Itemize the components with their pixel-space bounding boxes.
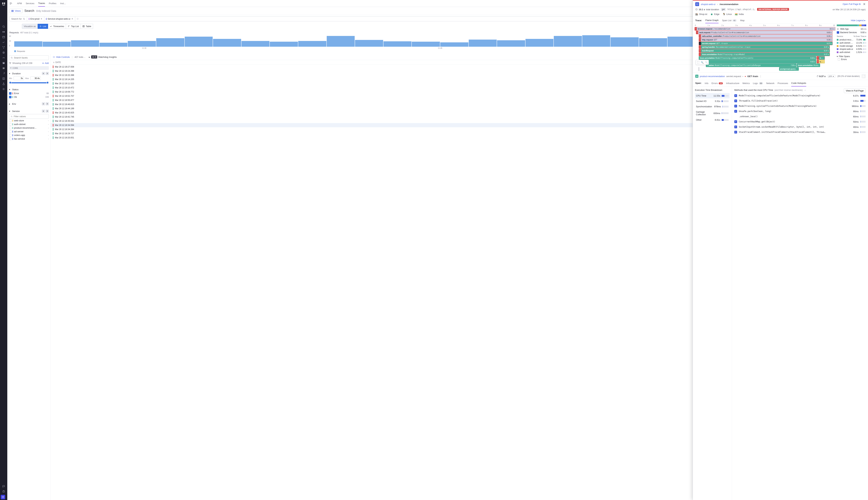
facet-service[interactable]: ▾Service ▾✕ <box>9 109 49 113</box>
legend-header-pct[interactable]: % Exec Time <box>854 35 865 37</box>
duration-min-input[interactable] <box>13 76 24 80</box>
status-error-row[interactable]: ✓ Error68 <box>9 91 49 95</box>
link-icon[interactable] <box>0 71 7 76</box>
filter-spans-toggle[interactable]: ▾Filter Spans <box>837 55 866 58</box>
method-row[interactable]: +ModelTraining.computeCoefficientsOnFeat… <box>734 93 866 98</box>
span-service-link[interactable]: product-recommendation <box>700 75 725 78</box>
legend-header-service[interactable]: Service <box>837 35 843 37</box>
flame-graph[interactable]: !browser.request /recommendation10.1 s!r… <box>695 27 835 71</box>
postgres-span[interactable]: postgresql.query … <box>779 67 799 71</box>
tab-infra[interactable]: Infrastructure <box>726 80 739 87</box>
facet-filter-icon[interactable]: ▾ <box>42 102 45 105</box>
puzzle-icon[interactable] <box>0 60 7 66</box>
viz-list-button[interactable]: List <box>38 24 48 29</box>
legend-service-row[interactable]: shopist-web-ui4.53% <box>837 48 866 51</box>
facet-filter-icon[interactable]: ▾ <box>42 72 45 75</box>
view-full-page-button[interactable]: View in Full Page <box>844 88 866 93</box>
service-row[interactable]: web-store- <box>9 119 49 122</box>
app-switcher-icon[interactable] <box>1 495 5 499</box>
search-icon[interactable] <box>0 24 7 29</box>
views-button[interactable]: Views <box>9 9 23 13</box>
panel-service-link[interactable]: shopist-web-ui <box>701 3 716 5</box>
binoculars-icon[interactable] <box>0 29 7 34</box>
book-icon[interactable] <box>0 76 7 81</box>
breakdown-row[interactable]: Synchronization978ms <box>695 104 730 109</box>
help-icon[interactable] <box>0 489 7 494</box>
tab-network[interactable]: Network <box>766 80 774 87</box>
search-for-input[interactable]: Search for <box>9 16 27 21</box>
tab-metrics[interactable]: Metrics <box>742 80 750 87</box>
breakdown-row[interactable]: Other8.81s <box>695 117 730 123</box>
checkbox-checked-icon[interactable]: ✓ <box>9 92 11 95</box>
nav-profiles[interactable]: Profiles <box>49 0 56 7</box>
legend-service-row[interactable]: product-recom…73.6% <box>837 38 866 41</box>
service-row[interactable]: auth-dotnet- <box>9 122 49 126</box>
speed-icon[interactable] <box>0 55 7 60</box>
expand-icon[interactable]: + <box>734 105 737 107</box>
checkbox-checked-icon[interactable]: ✓ <box>9 96 11 98</box>
service-row[interactable]: ad-server- <box>9 130 49 133</box>
chart-icon[interactable] <box>0 39 7 45</box>
method-row[interactable]: +SocketInputStream.socketRead0(FileDescr… <box>734 124 866 129</box>
facet-search-input[interactable] <box>14 56 47 59</box>
method-row[interactable]: +Throwable.fillInStackTrace(int)3.91s <box>734 98 866 103</box>
viz-timeseries-button[interactable]: Timeseries <box>48 24 66 29</box>
legend-service-row[interactable]: model-storage6.51% <box>837 44 866 48</box>
nav-more[interactable]: Inst… <box>60 0 66 7</box>
expand-icon[interactable]: + <box>734 94 737 97</box>
expand-icon[interactable]: + <box>734 131 737 134</box>
method-row[interactable]: +ModelTraining.syncCoefficientsOnFeature… <box>734 103 866 109</box>
viz-toplist-button[interactable]: Top List <box>66 24 81 29</box>
chip-env[interactable]: Env:prod ✕ <box>27 16 44 21</box>
viz-table-button[interactable]: Table <box>81 24 93 29</box>
nav-apm[interactable]: APM <box>17 0 22 7</box>
env-os[interactable]: 🐧Linux <box>722 13 732 15</box>
service-row[interactable]: product-recommend…- <box>9 126 49 130</box>
facet-status[interactable]: ▾Status <box>9 88 49 91</box>
legend-service-row[interactable]: auth-dotnet-po…13.1% <box>837 41 866 44</box>
chip-remove-icon[interactable]: ✕ <box>41 18 42 20</box>
duration-slider[interactable] <box>10 82 48 83</box>
checkbox-icon[interactable] <box>9 130 11 133</box>
expand-icon[interactable]: + <box>734 110 737 113</box>
nav-services[interactable]: Services <box>26 0 34 7</box>
checkbox-icon[interactable] <box>9 134 11 136</box>
tab-flame-graph[interactable]: Flame Graph <box>705 18 719 23</box>
checkbox-icon[interactable] <box>838 58 840 60</box>
env-country[interactable]: 🇮🇳India <box>735 13 743 15</box>
method-row[interactable]: .unknown_Java()60ms <box>734 114 866 119</box>
close-panel-icon[interactable]: ✕ <box>863 2 866 6</box>
list-icon[interactable] <box>0 66 7 71</box>
env-browser[interactable]: ◉Edge <box>710 13 719 15</box>
span-menu-icon[interactable]: ⋮ <box>760 75 762 78</box>
facet-search[interactable] <box>9 55 49 60</box>
zoom-in-icon[interactable]: 🔍 <box>700 60 704 64</box>
tab-map[interactable]: Map <box>740 18 745 23</box>
facet-remove-icon[interactable]: ✕ <box>46 102 49 105</box>
tab-span-list[interactable]: Span List40 <box>722 18 736 23</box>
breakdown-row[interactable]: CPU Time11.53s <box>695 93 730 99</box>
breakdown-row[interactable]: Garbage Collection830ms <box>695 109 730 117</box>
tab-info[interactable]: Info <box>705 80 708 87</box>
checkbox-icon[interactable] <box>9 127 11 129</box>
chat-icon[interactable] <box>0 484 7 489</box>
tab-errors[interactable]: Errors10 <box>711 80 723 87</box>
nodes-icon[interactable] <box>0 45 7 50</box>
facet-section-core[interactable]: ▾CORE <box>9 66 49 70</box>
gear-icon[interactable] <box>0 87 7 92</box>
add-facet-button[interactable]: Add <box>42 62 49 65</box>
method-row[interactable]: +Unsafe.park(boolean, long)90ms <box>734 109 866 114</box>
calendar-icon[interactable] <box>0 34 7 39</box>
hide-legend-button[interactable]: Hide Legend ▸ <box>851 19 866 22</box>
flask-icon[interactable] <box>0 81 7 87</box>
menu-toggle-icon[interactable] <box>9 2 12 5</box>
facet-filter-icon[interactable]: ▾ <box>42 110 45 113</box>
expand-icon[interactable]: + <box>734 100 737 102</box>
tab-logs[interactable]: Logs30 <box>753 80 763 87</box>
service-row[interactable]: fax-service- <box>9 137 49 141</box>
service-filter[interactable] <box>9 114 49 119</box>
zoom-out-icon[interactable]: 🔍 <box>705 60 708 64</box>
env-store[interactable]: 🏬Shop.ist <box>695 13 707 15</box>
service-row[interactable]: orders-app- <box>9 133 49 137</box>
fit-icon[interactable]: ⛶ <box>696 60 700 64</box>
